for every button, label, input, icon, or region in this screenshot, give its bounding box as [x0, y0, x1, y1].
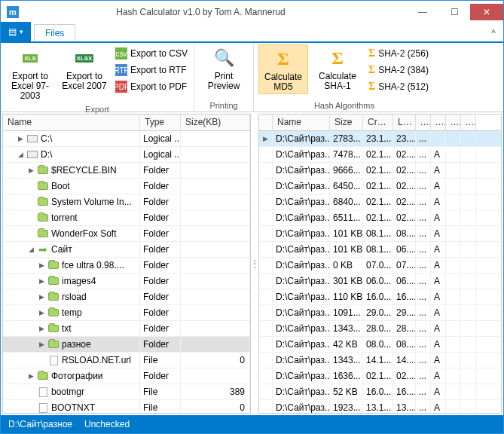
tree-row[interactable]: ▶$RECYCLE.BINFolder — [3, 163, 250, 179]
header-name[interactable]: Name — [273, 115, 330, 130]
header-created[interactable]: Cre... — [363, 115, 393, 130]
expander-icon[interactable]: ▶ — [38, 341, 45, 348]
header-more[interactable]: ... — [431, 115, 446, 130]
list-row[interactable]: D:\Сайт\раз...1923...13.1...13.......A — [259, 400, 501, 413]
expander-icon[interactable]: ▶ — [38, 325, 45, 332]
header-size[interactable]: Size(KB) — [181, 115, 250, 130]
list-row[interactable]: D:\Сайт\раз...6511...02.1...02.......A — [259, 210, 501, 226]
export-excel97-button[interactable]: XLS Export to Excel 97-2003 — [5, 44, 55, 103]
header-type[interactable]: Type — [140, 115, 181, 130]
tree-row[interactable]: bootmgrFile389 — [3, 384, 250, 400]
header-more[interactable]: ... — [416, 115, 431, 130]
list-row[interactable]: D:\Сайт\раз...7478...02.1...02.......A — [259, 147, 501, 163]
tree-row[interactable]: ▶C:\Logical ... — [3, 131, 250, 147]
tree-row[interactable]: ▶tempFolder — [3, 305, 250, 321]
tree-item-name: C:\ — [41, 133, 52, 144]
export-csv-button[interactable]: csvExport to CSV — [114, 46, 189, 61]
list-item-col8 — [461, 305, 476, 320]
tree-row[interactable]: ▶разноеFolder — [3, 337, 250, 353]
list-row[interactable]: D:\Сайт\раз...1343...14.1...14.......A — [259, 353, 501, 368]
tree-row[interactable]: ▶rsloadFolder — [3, 289, 250, 305]
tree-row[interactable]: RSLOAD.NET.urlFile0 — [3, 353, 250, 368]
list-item-col6: A — [431, 289, 446, 304]
folder-tree-pane: Name Type Size(KB) ▶C:\Logical ...◢D:\Lo… — [2, 114, 251, 414]
tree-row[interactable]: WonderFox SoftFolder — [3, 226, 250, 242]
list-rows[interactable]: ▶D:\Сайт\раз...2783...23.1...23.......D:… — [259, 131, 501, 413]
collapse-ribbon-button[interactable]: ^ — [484, 25, 503, 41]
tree-row[interactable]: System Volume In...Folder — [3, 194, 250, 210]
list-row[interactable]: D:\Сайт\раз...110 KB16.0...16.......A — [259, 289, 501, 305]
list-row[interactable]: D:\Сайт\раз...52 KB16.0...16.......A — [259, 384, 501, 400]
list-item-lastmod: 02.... — [393, 163, 416, 178]
list-row[interactable]: D:\Сайт\раз...1091...29.0...29.......A — [259, 305, 501, 321]
expander-icon[interactable]: ▶ — [17, 135, 24, 142]
calculate-sha384-button[interactable]: ΣSHA-2 (384) — [367, 63, 430, 78]
list-row[interactable]: D:\Сайт\раз...9666...02.1...02.......A — [259, 163, 501, 179]
splitter[interactable]: ⋮ — [252, 112, 257, 415]
tree-row[interactable]: ▶txtFolder — [3, 321, 250, 337]
list-item-created: 08.0... — [363, 337, 393, 352]
label: SHA-2 (512) — [378, 81, 429, 92]
window-title: Hash Calculator v1.0 by Tom A. Mannerud — [25, 7, 407, 17]
tree-row[interactable]: BOOTNXTFile0 — [3, 400, 250, 413]
list-row[interactable]: D:\Сайт\раз...301 KB06.0...06.......A — [259, 274, 501, 289]
tree-row[interactable]: ▶fce ultra 0.98....Folder — [3, 258, 250, 274]
header-name[interactable]: Name — [3, 115, 140, 130]
export-excel2007-button[interactable]: XLSX Export to Excel 2007 — [60, 44, 109, 93]
tree-rows[interactable]: ▶C:\Logical ...◢D:\Logical ...▶$RECYCLE.… — [3, 131, 250, 413]
app-menu-button[interactable]: ▤▾ — [1, 22, 31, 41]
list-item-name: D:\Сайт\раз... — [273, 258, 330, 273]
calculate-sha1-button[interactable]: Σ Calculate SHA-1 — [313, 44, 362, 93]
expander-icon[interactable]: ◢ — [27, 246, 35, 253]
expander-icon[interactable]: ▶ — [38, 277, 45, 285]
csv-icon: csv — [115, 47, 127, 60]
export-rtf-button[interactable]: RTFExport to RTF — [114, 63, 189, 78]
expander-icon[interactable]: ▶ — [38, 309, 45, 316]
list-row[interactable]: D:\Сайт\раз...101 KB08.1...06.......A — [259, 242, 501, 258]
tree-row[interactable]: ◢D:\Logical ... — [3, 147, 250, 163]
list-row[interactable]: D:\Сайт\раз...42 KB08.0...08.......A — [259, 337, 501, 353]
list-item-created: 14.1... — [363, 353, 393, 368]
header-lastmod[interactable]: Las... — [393, 115, 416, 130]
list-row[interactable]: D:\Сайт\раз...1343...28.0...28.......A — [259, 321, 501, 337]
list-row[interactable]: D:\Сайт\раз...6450...02.1...02.......A — [259, 179, 501, 194]
header-more[interactable]: ... — [461, 115, 476, 130]
list-row[interactable]: D:\Сайт\раз...101 KB08.1...08.......A — [259, 226, 501, 242]
tab-files[interactable]: Files — [34, 24, 75, 41]
list-item-col5: ... — [416, 194, 431, 209]
list-row[interactable]: ▶D:\Сайт\раз...2783...23.1...23....... — [259, 131, 501, 147]
tree-row[interactable]: BootFolder — [3, 179, 250, 194]
maximize-button[interactable]: ☐ — [438, 4, 470, 20]
content-area: Name Type Size(KB) ▶C:\Logical ...◢D:\Lo… — [1, 112, 503, 415]
list-item-lastmod: 07.... — [393, 258, 416, 273]
calculate-sha512-button[interactable]: ΣSHA-2 (512) — [367, 79, 430, 94]
expander-icon[interactable]: ◢ — [17, 151, 24, 158]
tree-item-name: BOOTNXT — [51, 402, 95, 413]
list-row[interactable]: D:\Сайт\раз...6840...02.1...02.......A — [259, 194, 501, 210]
list-item-col8 — [461, 210, 476, 225]
calculate-md5-button[interactable]: Σ Calculate MD5 — [258, 44, 308, 94]
list-row[interactable]: D:\Сайт\раз...1636...02.1...02.......A — [259, 368, 501, 384]
expander-icon[interactable]: ▶ — [27, 167, 35, 174]
tree-row[interactable]: ▶images4Folder — [3, 274, 250, 289]
close-button[interactable]: ✕ — [470, 4, 503, 20]
expander-icon[interactable]: ▶ — [38, 261, 45, 269]
list-item-col7 — [446, 210, 461, 225]
calculate-sha256-button[interactable]: ΣSHA-2 (256) — [367, 46, 430, 61]
tree-item-type: File — [140, 384, 181, 399]
export-pdf-button[interactable]: PDFExport to PDF — [114, 79, 189, 94]
tree-row[interactable]: torrentFolder — [3, 210, 250, 226]
list-row[interactable]: D:\Сайт\раз...0 KB07.0...07.......A — [259, 258, 501, 274]
print-preview-button[interactable]: 🔍 Print Preview — [199, 44, 249, 93]
tree-row[interactable]: ◢➡СайтFolder — [3, 242, 250, 258]
minimize-button[interactable]: — — [407, 4, 438, 20]
list-item-col5: ... — [416, 321, 431, 336]
header-more[interactable]: ... — [446, 115, 461, 130]
expander-icon[interactable]: ▶ — [27, 372, 35, 380]
titlebar: m Hash Calculator v1.0 by Tom A. Manneru… — [1, 1, 503, 23]
tree-item-size: 0 — [181, 400, 250, 413]
expander-icon[interactable]: ▶ — [38, 293, 45, 301]
header-size[interactable]: Size — [330, 115, 363, 130]
list-item-size: 1343... — [330, 321, 363, 336]
tree-row[interactable]: ▶ФотографииFolder — [3, 368, 250, 384]
